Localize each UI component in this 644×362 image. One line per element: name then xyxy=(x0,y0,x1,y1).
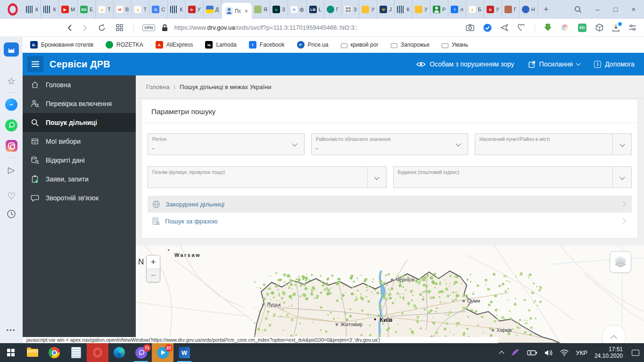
bookmark-item[interactable]: B. Бронювання готелів xyxy=(30,41,93,49)
bookmark-item[interactable]: la Lamoda xyxy=(205,41,236,49)
sidebar-item-feedback[interactable]: Зворотній зв'язок xyxy=(23,189,136,207)
edge-button[interactable] xyxy=(108,343,130,362)
sidebar-item-applications[interactable]: Заяви, запити xyxy=(23,170,136,189)
browser-tab[interactable]: У xyxy=(413,0,430,19)
browser-tab[interactable]: b У xyxy=(186,0,204,19)
combobox-button[interactable] xyxy=(612,134,631,155)
extension-box-icon[interactable] xyxy=(595,24,603,32)
geonym-combobox[interactable]: Геонім (вулиця, провулок тощо) xyxy=(148,166,387,188)
foreign-stations-link[interactable]: Закордонні дільниці xyxy=(148,196,632,213)
help-link[interactable]: Допомога xyxy=(594,60,635,68)
links-menu[interactable]: Посилання xyxy=(528,60,580,68)
close-button[interactable]: × xyxy=(632,6,636,13)
opera-logo-icon[interactable] xyxy=(8,3,17,16)
browser-tab[interactable]: G ф xyxy=(288,0,307,19)
accessibility-link[interactable]: Особам з порушенням зору xyxy=(416,60,514,68)
breadcrumb-home-link[interactable]: Головна xyxy=(146,83,169,90)
minimize-button[interactable]: – xyxy=(596,6,600,13)
phrase-search-link[interactable]: Пошук за фразою xyxy=(148,213,632,230)
menu-hamburger-icon[interactable] xyxy=(27,56,43,72)
browser-tab[interactable]: К xyxy=(24,0,41,19)
speeddial-grid-icon[interactable] xyxy=(116,24,123,31)
history-clock-icon[interactable] xyxy=(7,209,16,221)
browser-tab[interactable]: Д xyxy=(204,0,222,19)
browser-tab[interactable]: b У xyxy=(484,0,502,19)
sidebar-item-search-station[interactable]: Пошук дільниці xyxy=(23,113,136,132)
sidebar-item-my-elections[interactable]: Мої вибори xyxy=(23,132,136,151)
maximize-button[interactable]: □ xyxy=(613,6,617,13)
browser-tab[interactable]: ▲ Т xyxy=(96,0,114,19)
browser-tab[interactable]: К xyxy=(41,0,58,19)
downloads-icon[interactable] xyxy=(612,24,619,32)
whatsapp-icon[interactable] xyxy=(5,119,17,132)
browser-tab[interactable]: G С xyxy=(149,0,168,19)
bookmark-item[interactable]: A AliExpress xyxy=(156,41,193,49)
browser-tab[interactable]: Р xyxy=(430,0,448,19)
browser-tab[interactable]: M В xyxy=(114,0,132,19)
snapshot-camera-icon[interactable] xyxy=(466,24,474,31)
notepad-button[interactable] xyxy=(65,343,87,362)
browser-tab[interactable]: Г xyxy=(324,0,342,19)
bookmark-item[interactable]: P Price.ua xyxy=(297,41,329,49)
start-button[interactable] xyxy=(0,343,22,362)
url-text[interactable]: https://www.drv.gov.ua/ords/svc/f?p=111:… xyxy=(174,24,358,31)
extension-ed-icon[interactable]: ED xyxy=(578,24,586,32)
sidebar-item-home[interactable]: Головна xyxy=(23,75,136,94)
browser-tab[interactable]: З xyxy=(342,0,360,19)
map-region[interactable]: Warsaw Луцьк Житомир Київ Чернігів Суми … xyxy=(136,246,644,343)
instagram-icon[interactable] xyxy=(6,140,17,152)
chrome-button[interactable] xyxy=(43,343,65,362)
back-icon[interactable] xyxy=(67,24,72,32)
region-select[interactable]: Регіон - xyxy=(148,133,305,155)
zoom-in-button[interactable]: + xyxy=(147,255,160,269)
viber-button[interactable]: 71 xyxy=(130,343,152,362)
tray-expand-icon[interactable] xyxy=(499,351,504,356)
clock[interactable]: 17:51 24.10.2020 xyxy=(594,346,623,359)
search-icon[interactable] xyxy=(574,6,582,13)
browser-tab[interactable]: f л xyxy=(448,0,466,19)
bookmark-item[interactable]: ROZETKA xyxy=(106,41,143,49)
tune-sliders-icon[interactable] xyxy=(628,24,636,31)
settlement-combobox[interactable]: Населений пункт/Район в місті xyxy=(475,133,632,155)
extension-cube-icon[interactable] xyxy=(561,24,569,32)
browser-tab[interactable]: ED Е xyxy=(78,0,96,19)
building-combobox[interactable]: Будинок (поштовий індекс) xyxy=(393,166,632,188)
sidebar-item-open-data[interactable]: Відкриті дані xyxy=(23,151,136,170)
browser-tab[interactable]: o З xyxy=(270,0,288,19)
bookmarks-star-icon[interactable]: ☆ xyxy=(7,75,16,87)
word-button[interactable] xyxy=(173,343,195,362)
bookmark-item[interactable]: Запорожье xyxy=(391,41,429,48)
vpn-badge[interactable]: VPN xyxy=(142,25,155,31)
file-explorer-button[interactable] xyxy=(22,343,43,362)
notification-center-icon[interactable] xyxy=(632,350,639,356)
forward-icon[interactable] xyxy=(83,24,88,32)
browser-tab[interactable]: ▲ Т xyxy=(132,0,149,19)
send-to-icon[interactable] xyxy=(501,24,509,31)
battery-icon[interactable] xyxy=(527,349,537,356)
browser-tab[interactable]: Ψ J xyxy=(377,0,395,19)
feather-app-icon[interactable] xyxy=(511,348,520,357)
shield-check-icon[interactable] xyxy=(483,24,492,32)
browser-tab[interactable]: К xyxy=(168,0,185,19)
browser-tab[interactable]: К xyxy=(395,0,412,19)
my-flow-icon[interactable]: ▷ xyxy=(8,165,15,175)
bookmark-heart-icon[interactable] xyxy=(518,24,526,31)
browser-tab[interactable]: LB L xyxy=(307,0,324,19)
bookmark-item[interactable]: Умань xyxy=(442,41,468,48)
browser-tab[interactable]: Пс × xyxy=(222,3,252,19)
combobox-button[interactable] xyxy=(367,167,386,188)
extension-green-arrow-icon[interactable] xyxy=(544,24,552,32)
lock-icon[interactable] xyxy=(162,24,168,32)
telegram-button[interactable]: 22 xyxy=(152,343,173,362)
map-layers-button[interactable] xyxy=(610,251,631,273)
messenger-icon[interactable] xyxy=(5,99,17,111)
sidebar-more-icon[interactable]: ••• xyxy=(7,327,17,333)
tab-close-icon[interactable]: × xyxy=(244,8,248,15)
browser-tab[interactable]: Я xyxy=(252,0,270,19)
browser-tab[interactable]: Н xyxy=(520,0,538,19)
speaker-icon[interactable] xyxy=(545,349,553,356)
browser-tab[interactable]: Г xyxy=(502,0,520,19)
district-select[interactable]: Район/місто обласного значення - xyxy=(311,133,468,155)
browser-tab[interactable]: ▲ Б xyxy=(466,0,484,19)
combobox-button[interactable] xyxy=(612,167,631,188)
